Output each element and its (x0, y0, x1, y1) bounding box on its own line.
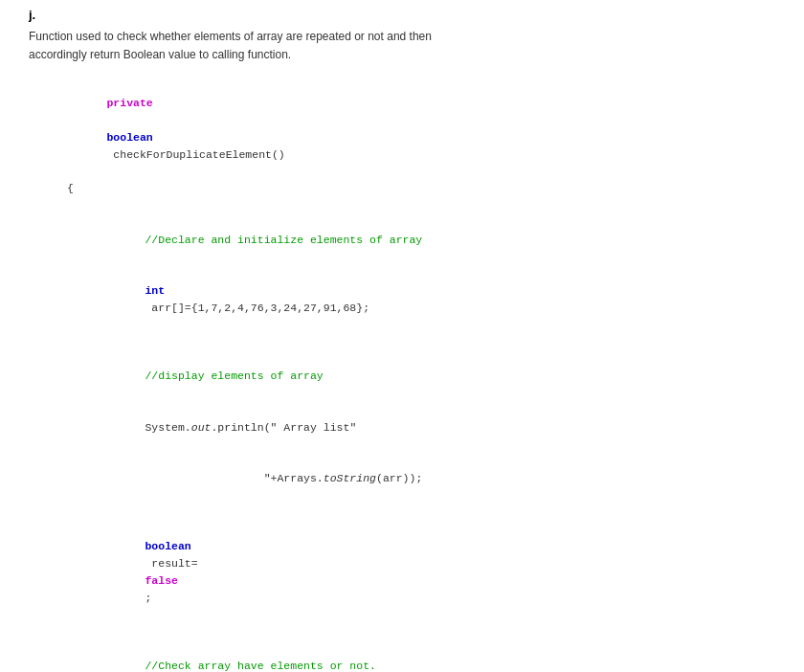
method-signature-line: private boolean checkForDuplicateElement… (67, 78, 775, 180)
system-out-line: System.out.println(" Array list" (67, 402, 775, 453)
comment-check: //Check array have elements or not. (67, 640, 775, 672)
description-line2: accordingly return Boolean value to call… (29, 48, 291, 61)
blank-3 (67, 504, 775, 522)
kw-space1 (106, 114, 113, 126)
system-out-line2: "+Arrays.toString(arr)); (67, 453, 775, 504)
page: j. Function used to check whether elemen… (0, 0, 804, 672)
comment-display: //display elements of array (67, 350, 775, 401)
code-block: private boolean checkForDuplicateElement… (29, 78, 775, 672)
description: Function used to check whether elements … (29, 28, 775, 64)
open-brace-1: { (67, 180, 775, 197)
blank-2 (67, 334, 775, 351)
kw-boolean: boolean (106, 131, 152, 144)
blank-1 (67, 197, 775, 214)
description-line1: Function used to check whether elements … (29, 30, 432, 43)
int-arr-line: int arr[]={1,7,2,4,76,3,24,27,91,68}; (67, 265, 775, 333)
method-name: checkForDuplicateElement() (106, 148, 284, 161)
comment-declare: //Declare and initialize elements of arr… (67, 214, 775, 265)
section-label: j. (29, 8, 775, 22)
blank-4 (67, 623, 775, 640)
kw-private: private (106, 97, 152, 109)
boolean-result-line: boolean result= false ; (67, 522, 775, 624)
